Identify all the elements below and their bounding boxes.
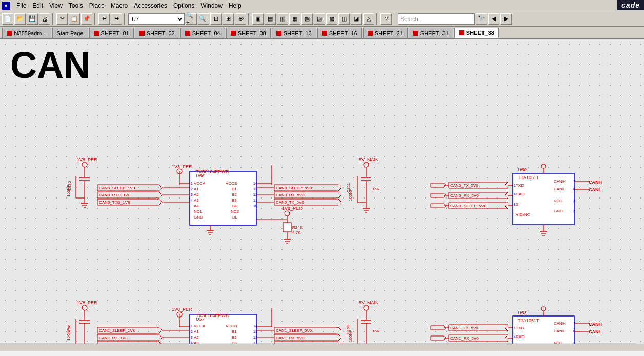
svg-text:CAN1_SLEEP_1V8: CAN1_SLEEP_1V8	[99, 328, 135, 333]
svg-text:100NF: 100NF	[66, 328, 71, 341]
tab-sheet08[interactable]: SHEET_08	[226, 28, 271, 38]
svg-text:2: 2	[191, 187, 193, 191]
zoom-area-button[interactable]: ⊞	[223, 13, 234, 25]
copy-button[interactable]: 📋	[69, 13, 80, 25]
svg-text:TXD: TXD	[516, 183, 524, 188]
tab-sheet16[interactable]: SHEET_16	[317, 28, 362, 38]
svg-text:1V8_PER: 1V8_PER	[172, 307, 192, 312]
schematic-canvas[interactable]: CAN 1V8_PER C130 100NF CAN0_SLEEP_1V8 CA…	[0, 39, 644, 351]
tab-sheet38[interactable]: SHEET_38	[454, 28, 499, 38]
menu-window[interactable]: Window	[197, 1, 226, 10]
tb-btn-7[interactable]: ▩	[326, 13, 337, 25]
tab-sheet04[interactable]: SHEET_04	[180, 28, 225, 38]
sep3	[124, 13, 126, 25]
svg-text:12: 12	[253, 335, 257, 339]
menu-options[interactable]: Options	[170, 1, 197, 10]
svg-text:CANL: CANL	[554, 329, 565, 333]
nav-prev-button[interactable]: ◀	[488, 13, 499, 25]
tab-sheet38-icon	[459, 30, 464, 35]
svg-text:CANL: CANL	[589, 187, 601, 192]
tb-btn-8[interactable]: ◫	[338, 13, 350, 25]
tab-sheet31-label: SHEET_31	[420, 30, 449, 36]
open-button[interactable]: 📂	[14, 13, 26, 25]
zoom-dropdown[interactable]: U7	[128, 13, 185, 25]
tb-btn-10[interactable]: ◬	[363, 13, 374, 25]
redo-button[interactable]: ↪	[111, 13, 122, 25]
svg-point-66	[364, 162, 369, 167]
sep4	[248, 13, 250, 25]
binoculars-button[interactable]: 🔭	[476, 13, 487, 25]
menu-macro[interactable]: Macro	[108, 1, 131, 10]
menu-help[interactable]: Help	[226, 1, 245, 10]
svg-text:1: 1	[514, 184, 516, 187]
tb-btn-1[interactable]: ▣	[252, 13, 264, 25]
svg-text:12: 12	[253, 193, 257, 196]
svg-rect-110	[513, 173, 574, 225]
tb-btn-5[interactable]: ▧	[301, 13, 313, 25]
svg-text:1V8_PER: 1V8_PER	[77, 157, 97, 162]
help-button[interactable]: ?	[380, 13, 392, 25]
tab-sheet16-icon	[322, 31, 327, 36]
tab-startpage[interactable]: Start Page	[52, 28, 88, 38]
svg-text:CAN0_RX_5V0: CAN0_RX_5V0	[276, 193, 305, 197]
paste-button[interactable]: 📌	[81, 13, 92, 25]
new-button[interactable]: 📄	[2, 13, 13, 25]
svg-text:RXD: RXD	[516, 334, 525, 339]
svg-text:GND: GND	[554, 209, 563, 213]
menu-tools[interactable]: Tools	[66, 1, 86, 10]
menu-edit[interactable]: Edit	[29, 1, 46, 10]
svg-text:VIO/NC: VIO/NC	[516, 212, 530, 217]
zoom-out-button[interactable]: 🔍-	[198, 13, 209, 25]
undo-button[interactable]: ↩	[98, 13, 110, 25]
svg-text:C153: C153	[346, 324, 350, 334]
svg-text:CAN0_TXD_1V8: CAN0_TXD_1V8	[99, 200, 130, 205]
nav-next-button[interactable]: ▶	[500, 13, 512, 25]
print-button[interactable]: 🖨	[39, 13, 50, 25]
svg-text:U53: U53	[518, 310, 527, 315]
tb-btn-9[interactable]: ◪	[351, 13, 362, 25]
svg-text:A2: A2	[194, 192, 199, 197]
svg-text:7: 7	[573, 322, 575, 325]
tab-project[interactable]: hi3559adm...	[2, 28, 51, 38]
save-button[interactable]: 💾	[27, 13, 38, 25]
tb-btn-4[interactable]: ▦	[289, 13, 300, 25]
tb-btn-6[interactable]: ▨	[314, 13, 325, 25]
tb-btn-2[interactable]: ▤	[265, 13, 276, 25]
svg-text:VCCA: VCCA	[194, 181, 206, 186]
menu-file[interactable]: File	[13, 1, 29, 10]
zoom-fit-button[interactable]: ⊡	[210, 13, 222, 25]
svg-text:C156: C156	[67, 324, 71, 334]
schematic-svg: 1V8_PER C130 100NF CAN0_SLEEP_1V8 CAN0_R…	[0, 39, 644, 351]
svg-text:10: 10	[253, 204, 257, 208]
tab-project-label: hi3559adm...	[14, 30, 47, 36]
tab-sheet02[interactable]: SHEET_02	[135, 28, 179, 38]
tab-sheet21[interactable]: SHEET_21	[363, 28, 408, 38]
svg-text:3: 3	[191, 335, 193, 339]
menu-place[interactable]: Place	[86, 1, 108, 10]
tb-btn-3[interactable]: ▥	[277, 13, 288, 25]
menu-accessories[interactable]: Accessories	[131, 1, 170, 10]
svg-text:C130: C130	[67, 181, 72, 191]
svg-marker-17	[97, 192, 162, 198]
svg-text:CAN0_SLEEP_5V0: CAN0_SLEEP_5V0	[276, 186, 312, 190]
menu-view[interactable]: View	[46, 1, 66, 10]
svg-marker-104	[431, 193, 446, 197]
svg-text:A1: A1	[194, 187, 199, 191]
svg-marker-64	[274, 199, 341, 205]
svg-text:5V_MAIN: 5V_MAIN	[359, 300, 379, 305]
sep6	[394, 13, 396, 25]
tab-sheet31[interactable]: SHEET_31	[409, 28, 453, 38]
svg-marker-109	[431, 204, 446, 208]
svg-text:GND: GND	[194, 215, 203, 220]
svg-text:B4: B4	[232, 204, 237, 208]
svg-text:1: 1	[191, 324, 193, 328]
search-input[interactable]	[398, 13, 475, 25]
cut-button[interactable]: ✂	[56, 13, 68, 25]
zoom-in-button[interactable]: 🔍+	[186, 13, 197, 25]
view-button[interactable]: 👁	[235, 13, 246, 25]
svg-text:100NF: 100NF	[348, 330, 353, 342]
tab-sheet13[interactable]: SHEET_13	[272, 28, 316, 38]
svg-marker-155	[97, 334, 162, 341]
tab-sheet01[interactable]: SHEET_01	[89, 28, 134, 38]
tab-project-icon	[7, 31, 12, 36]
